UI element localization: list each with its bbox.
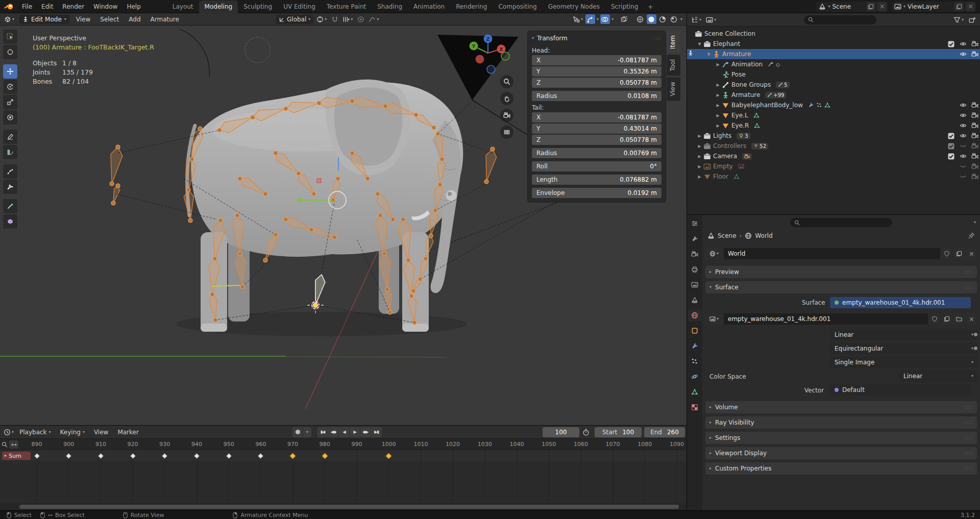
menu-window[interactable]: Window: [89, 1, 122, 12]
scene-unlink-button[interactable]: [877, 2, 887, 11]
row-animation[interactable]: ▶ Animation ◇: [687, 59, 980, 69]
row-pose[interactable]: Pose: [687, 69, 980, 80]
tab-render[interactable]: [688, 249, 702, 260]
tab-particles[interactable]: [688, 356, 702, 367]
hide-viewport-icon[interactable]: [960, 102, 967, 109]
timeline-editor-type-button[interactable]: ▾: [3, 427, 15, 437]
field-tail-y[interactable]: Y0.43014 m: [532, 123, 662, 134]
field-roll[interactable]: Roll0°: [532, 161, 662, 171]
tool-move[interactable]: [3, 64, 17, 79]
image-name-field[interactable]: empty_warehouse_01_4k.hdr.001: [724, 313, 928, 325]
color-space-dropdown[interactable]: Linear▾: [899, 370, 978, 382]
viewlayer-selector[interactable]: ▾ ViewLayer: [892, 2, 976, 12]
disable-render-icon[interactable]: [971, 122, 978, 129]
tool-scale[interactable]: [3, 95, 17, 109]
shading-rendered-button[interactable]: [669, 14, 679, 24]
row-babyelephant-mesh[interactable]: ▶ BabyelephantBody_low: [687, 100, 980, 110]
summary-channel[interactable]: ▸Sum: [2, 452, 31, 460]
new-collection-button[interactable]: [967, 15, 977, 24]
mode-selector[interactable]: Edit Mode▾: [19, 15, 70, 24]
expand-arrow[interactable]: ▶: [715, 62, 721, 67]
row-lights-collection[interactable]: ▶ Lights 3: [687, 131, 980, 141]
field-head-z[interactable]: Z0.050778 m: [532, 78, 662, 88]
tab-tool[interactable]: Tool: [667, 55, 680, 76]
tab-modifiers[interactable]: [688, 340, 702, 352]
properties-editor-type-button[interactable]: [688, 218, 702, 229]
panel-preview[interactable]: ▸Preview::::: [705, 266, 977, 278]
panel-viewport-display[interactable]: ▸Viewport Display::::: [705, 447, 977, 459]
hide-viewport-icon[interactable]: [960, 163, 967, 170]
panel-custom-properties[interactable]: ▸Custom Properties::::: [705, 462, 977, 475]
add-workspace-button[interactable]: +: [644, 1, 657, 13]
play-reverse-button[interactable]: ◀: [339, 427, 350, 437]
shading-dropdown[interactable]: ▾: [680, 17, 682, 21]
row-camera-collection[interactable]: ▶ Camera: [687, 151, 980, 161]
hide-viewport-icon[interactable]: [960, 142, 967, 150]
next-keyframe-button[interactable]: ◆▶: [360, 427, 371, 437]
tool-select-box[interactable]: [3, 30, 17, 44]
expand-arrow[interactable]: ▼: [705, 52, 712, 57]
workspace-tab-compositing[interactable]: Compositing: [493, 1, 542, 13]
tab-tool[interactable]: [688, 233, 702, 244]
menu-select[interactable]: Select: [96, 14, 123, 24]
row-armature-data[interactable]: ▶ Armature +99: [687, 90, 980, 100]
hide-viewport-icon[interactable]: [960, 122, 967, 129]
proportional-falloff-dropdown[interactable]: ▾: [368, 14, 380, 24]
disable-render-icon[interactable]: [971, 112, 978, 119]
outliner-filter-button[interactable]: ▾: [952, 15, 965, 24]
tab-world[interactable]: [688, 310, 702, 321]
field-head-radius[interactable]: Radius0.0108 m: [532, 91, 662, 101]
disable-render-icon[interactable]: [971, 153, 978, 160]
workspace-tab-shading[interactable]: Shading: [372, 1, 408, 13]
viewport-nav-buttons[interactable]: [500, 75, 513, 139]
hide-viewport-icon[interactable]: [960, 132, 967, 139]
field-tail-x[interactable]: X-0.081787 m: [532, 112, 662, 122]
properties-search[interactable]: [790, 218, 892, 227]
panel-surface[interactable]: ▾Surface::::: [705, 281, 977, 293]
copy-datablock-button[interactable]: [953, 248, 965, 259]
auto-key-button[interactable]: [292, 427, 303, 437]
transform-orientation-dropdown[interactable]: Global▾: [276, 15, 313, 24]
tab-item[interactable]: Item: [667, 31, 680, 54]
expand-arrow[interactable]: ▶: [715, 123, 721, 128]
disable-render-icon[interactable]: [971, 40, 978, 47]
tool-cursor[interactable]: [3, 45, 17, 59]
snap-toggle[interactable]: [330, 14, 339, 24]
panel-volume[interactable]: ▸Volume::::: [705, 401, 977, 413]
tool-annotate[interactable]: [3, 130, 17, 144]
viewlayer-remove-button[interactable]: [966, 2, 975, 11]
image-open-button[interactable]: [953, 313, 965, 325]
start-frame-field[interactable]: Start100: [595, 427, 642, 437]
workspace-tab-sculpting[interactable]: Sculpting: [238, 1, 278, 13]
menu-edit[interactable]: Edit: [37, 1, 58, 12]
source-dropdown[interactable]: Single Image▾: [830, 357, 978, 368]
tab-physics[interactable]: [688, 371, 702, 382]
expand-arrow[interactable]: ▶: [696, 175, 703, 179]
field-tail-z[interactable]: Z0.050778 m: [532, 135, 662, 145]
field-tail-radius[interactable]: Radius0.00769 m: [532, 148, 662, 158]
object-type-visibility-dropdown[interactable]: ▾: [572, 14, 584, 24]
timeline-ruler[interactable]: 8909009109209309409509609709809901000101…: [0, 439, 687, 450]
shading-wireframe-button[interactable]: [635, 14, 645, 24]
disable-render-icon[interactable]: [971, 163, 978, 170]
show-gizmo-toggle[interactable]: [585, 14, 595, 24]
ruler-zoom-icon[interactable]: [2, 441, 8, 448]
disable-render-icon[interactable]: [971, 51, 978, 58]
snapping-dropdown[interactable]: ▾: [341, 14, 354, 24]
expand-arrow[interactable]: ▶: [696, 164, 703, 169]
breadcrumb-world[interactable]: World: [755, 232, 772, 239]
tool-roll[interactable]: [3, 164, 17, 179]
menu-render[interactable]: Render: [58, 1, 89, 12]
workspace-tab-texture-paint[interactable]: Texture Paint: [321, 1, 372, 13]
tab-output[interactable]: [688, 264, 702, 275]
current-frame-field[interactable]: 100: [543, 427, 579, 437]
menu-marker[interactable]: Marker: [113, 427, 143, 437]
hide-viewport-icon[interactable]: [960, 173, 967, 180]
expand-arrow[interactable]: ▶: [696, 154, 703, 159]
expand-arrow[interactable]: ▶: [696, 144, 703, 149]
collection-checkbox[interactable]: [948, 41, 954, 47]
row-elephant-collection[interactable]: ▼ Elephant: [687, 39, 980, 49]
auto-key-dropdown[interactable]: ▾: [303, 427, 311, 437]
panel-collapse-arrow[interactable]: ▾: [532, 36, 534, 40]
workspace-tab-modeling[interactable]: Modeling: [199, 1, 238, 13]
